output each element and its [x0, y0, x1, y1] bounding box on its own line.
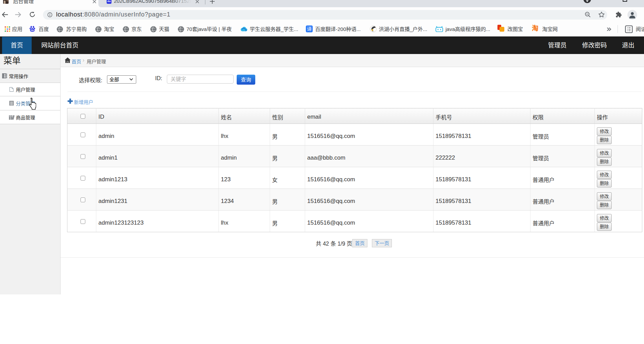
- svg-text:du: du: [31, 29, 34, 32]
